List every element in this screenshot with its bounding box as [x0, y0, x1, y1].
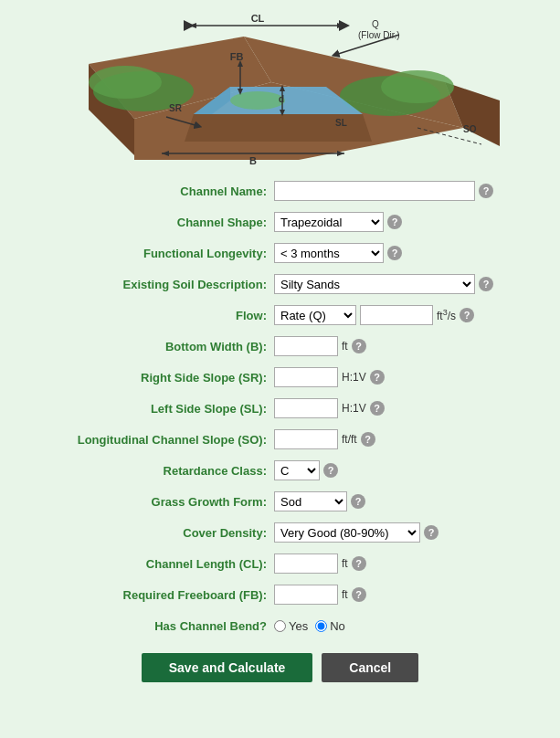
svg-text:B: B: [249, 155, 257, 166]
bottom-width-label: Bottom Width (B):: [18, 340, 274, 353]
flow-unit-label: ft3/s: [437, 308, 456, 322]
right-side-slope-input[interactable]: [274, 367, 338, 387]
cover-density-help-icon[interactable]: ?: [424, 525, 438, 540]
cover-density-row: Cover Density: Very Good (80-90%) Good (…: [18, 520, 542, 545]
svg-text:CL: CL: [250, 13, 264, 24]
svg-text:FB: FB: [229, 51, 243, 62]
bottom-width-row: Bottom Width (B): ft ?: [18, 333, 542, 359]
left-side-slope-control: H:1V ?: [274, 398, 542, 418]
functional-longevity-control: < 3 months 3-12 months > 12 months ?: [274, 243, 542, 263]
channel-bend-no-label[interactable]: No: [315, 619, 345, 633]
required-freeboard-input[interactable]: [274, 585, 338, 605]
flow-help-icon[interactable]: ?: [460, 308, 474, 322]
save-and-calculate-button[interactable]: Save and Calculate: [142, 653, 313, 682]
right-side-slope-label: Right Side Slope (SR):: [18, 371, 274, 385]
channel-length-control: ft ?: [274, 554, 542, 574]
channel-name-input[interactable]: [274, 181, 475, 201]
has-channel-bend-label: Has Channel Bend?: [18, 619, 274, 633]
channel-shape-row: Channel Shape: Trapezoidal Triangular Pa…: [18, 209, 542, 235]
longitudinal-slope-help-icon[interactable]: ?: [361, 432, 375, 447]
required-freeboard-label: Required Freeboard (FB):: [18, 588, 274, 602]
left-side-slope-unit: H:1V: [342, 402, 366, 415]
channel-bend-yes-radio[interactable]: [274, 620, 286, 632]
channel-shape-label: Channel Shape:: [18, 216, 274, 229]
right-side-slope-unit: H:1V: [342, 371, 366, 384]
cover-density-control: Very Good (80-90%) Good (60-80%) Fair (4…: [274, 522, 542, 543]
longitudinal-slope-control: ft/ft ?: [274, 429, 542, 449]
flow-row: Flow: Rate (Q) Velocity ft3/s ?: [18, 302, 542, 328]
soil-description-row: Existing Soil Description: Silty Sands S…: [18, 271, 542, 297]
channel-length-unit: ft: [342, 557, 348, 570]
retardance-class-row: Retardance Class: A B C D E ?: [18, 458, 542, 483]
svg-text:d: d: [279, 94, 284, 104]
bottom-width-help-icon[interactable]: ?: [352, 339, 366, 353]
has-channel-bend-row: Has Channel Bend? Yes No: [18, 613, 542, 638]
flow-type-select[interactable]: Rate (Q) Velocity: [274, 305, 356, 325]
cancel-button[interactable]: Cancel: [322, 653, 418, 682]
functional-longevity-label: Functional Longevity:: [18, 247, 274, 260]
channel-name-help-icon[interactable]: ?: [479, 184, 493, 198]
svg-text:SL: SL: [335, 118, 347, 128]
channel-shape-help-icon[interactable]: ?: [387, 215, 402, 229]
flow-label: Flow:: [18, 309, 274, 322]
cover-density-select[interactable]: Very Good (80-90%) Good (60-80%) Fair (4…: [274, 522, 420, 543]
channel-shape-select[interactable]: Trapezoidal Triangular Parabolic Rectang…: [274, 212, 384, 232]
functional-longevity-help-icon[interactable]: ?: [387, 246, 402, 260]
longitudinal-slope-label: Longitudinal Channel Slope (SO):: [18, 433, 274, 447]
grass-growth-form-label: Grass Growth Form:: [18, 495, 274, 509]
svg-point-7: [89, 66, 162, 99]
left-side-slope-label: Left Side Slope (SL):: [18, 402, 274, 416]
grass-growth-form-row: Grass Growth Form: Sod Bunch Mixed ?: [18, 489, 542, 514]
right-side-slope-row: Right Side Slope (SR): H:1V ?: [18, 364, 542, 390]
svg-text:SO: SO: [463, 124, 477, 134]
channel-bend-no-radio[interactable]: [315, 620, 327, 632]
flow-value-input[interactable]: [360, 305, 433, 325]
input-form: Channel Name: ? Channel Shape: Trapezoid…: [0, 174, 560, 701]
grass-growth-form-help-icon[interactable]: ?: [351, 494, 365, 509]
bottom-width-control: ft ?: [274, 336, 542, 356]
soil-description-help-icon[interactable]: ?: [479, 277, 493, 291]
channel-diagram: CL FB Q (Flow Dir.) SR d SL B SO: [0, 0, 560, 174]
channel-shape-control: Trapezoidal Triangular Parabolic Rectang…: [274, 212, 542, 232]
right-side-slope-control: H:1V ?: [274, 367, 542, 387]
bottom-width-input[interactable]: [274, 336, 338, 356]
soil-description-control: Silty Sands Sandy Loam Clay Loam Silt Lo…: [274, 274, 542, 294]
cover-density-label: Cover Density:: [18, 526, 274, 540]
required-freeboard-help-icon[interactable]: ?: [352, 587, 366, 602]
svg-text:SR: SR: [169, 103, 183, 113]
retardance-class-label: Retardance Class:: [18, 464, 274, 478]
required-freeboard-control: ft ?: [274, 585, 542, 605]
channel-name-label: Channel Name:: [18, 184, 274, 198]
flow-control: Rate (Q) Velocity ft3/s ?: [274, 305, 542, 325]
channel-length-input[interactable]: [274, 554, 338, 574]
left-side-slope-input[interactable]: [274, 398, 338, 418]
functional-longevity-select[interactable]: < 3 months 3-12 months > 12 months: [274, 243, 384, 263]
channel-length-row: Channel Length (CL): ft ?: [18, 551, 542, 576]
channel-bend-yes-text: Yes: [289, 619, 308, 633]
retardance-class-select[interactable]: A B C D E: [274, 460, 320, 480]
svg-point-9: [381, 70, 454, 103]
bottom-width-unit: ft: [342, 340, 348, 353]
longitudinal-slope-unit: ft/ft: [342, 433, 357, 446]
channel-bend-yes-label[interactable]: Yes: [274, 619, 308, 633]
retardance-class-help-icon[interactable]: ?: [323, 463, 338, 478]
svg-point-12: [230, 91, 285, 110]
button-row: Save and Calculate Cancel: [18, 653, 542, 691]
right-side-slope-help-icon[interactable]: ?: [370, 370, 385, 385]
has-channel-bend-control: Yes No: [274, 619, 542, 633]
channel-length-help-icon[interactable]: ?: [352, 556, 366, 571]
left-side-slope-help-icon[interactable]: ?: [370, 401, 385, 416]
longitudinal-slope-row: Longitudinal Channel Slope (SO): ft/ft ?: [18, 427, 542, 452]
longitudinal-slope-input[interactable]: [274, 429, 338, 449]
channel-name-control: ?: [274, 181, 542, 201]
left-side-slope-row: Left Side Slope (SL): H:1V ?: [18, 395, 542, 421]
retardance-class-control: A B C D E ?: [274, 460, 542, 480]
grass-growth-form-select[interactable]: Sod Bunch Mixed: [274, 491, 347, 511]
functional-longevity-row: Functional Longevity: < 3 months 3-12 mo…: [18, 240, 542, 266]
channel-bend-radio-group: Yes No: [274, 619, 345, 633]
svg-text:(Flow Dir.): (Flow Dir.): [358, 30, 400, 40]
svg-text:Q: Q: [372, 19, 379, 29]
channel-name-row: Channel Name: ?: [18, 178, 542, 204]
channel-length-label: Channel Length (CL):: [18, 557, 274, 571]
soil-description-select[interactable]: Silty Sands Sandy Loam Clay Loam Silt Lo…: [274, 274, 475, 294]
